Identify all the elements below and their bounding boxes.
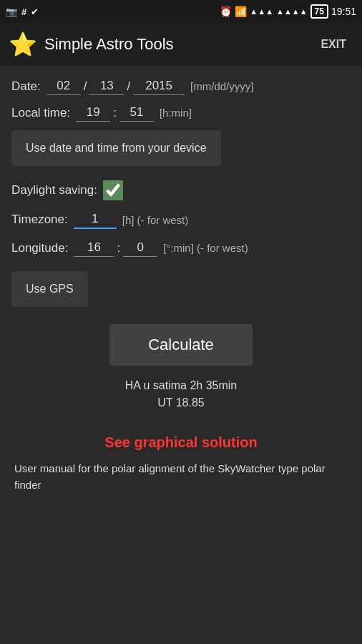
longitude-sep: : [117,241,120,255]
time-label: Local time: [11,106,70,120]
use-device-datetime-button[interactable]: Use date and time from your device [11,130,221,166]
date-day-input[interactable] [89,77,124,95]
timezone-unit: [h] (- for west) [122,214,189,226]
exit-button[interactable]: EXIT [313,34,353,55]
date-sep2: / [127,79,130,94]
app-star-icon: ⭐ [9,31,37,58]
graphical-solution-link[interactable]: See graphical solution [11,434,351,451]
date-year-input[interactable] [133,77,185,95]
alarm-icon: ⏰ [220,6,232,17]
time-row: Local time: : [h:min] [11,104,351,122]
signal-icon1: ▲▲▲ [250,7,273,16]
time-display: 19:51 [331,6,356,17]
longitude-degrees-input[interactable] [74,239,114,257]
time-format-hint: [h:min] [160,107,192,119]
check-icon: ✔ [31,6,39,17]
result-line1: HA u satima 2h 35min [125,377,238,394]
date-sep1: / [84,79,87,94]
camera-icon: 📷 [6,6,17,17]
use-gps-button[interactable]: Use GPS [11,271,88,307]
date-label: Date: [11,79,41,94]
header-left: ⭐ Simple Astro Tools [9,31,174,58]
result-line2: UT 18.85 [125,394,238,411]
longitude-minutes-input[interactable] [123,239,157,257]
timezone-row: Timezone: [h] (- for west) [11,210,351,229]
date-month-input[interactable] [47,77,81,95]
daylight-saving-row: Daylight saving: [11,180,351,200]
status-left-icons: 📷 # ✔ [6,6,39,17]
daylight-label: Daylight saving: [11,183,97,197]
signal-icon2: ▲▲▲▲ [276,7,308,16]
results-area: HA u satima 2h 35min UT 18.85 [125,377,238,411]
status-right-area: ⏰ 📶 ▲▲▲ ▲▲▲▲ 75 19:51 [220,4,356,19]
app-title: Simple Astro Tools [44,35,174,54]
manual-text: User manual for the polar alignment of t… [11,461,351,493]
date-row: Date: / / [mm/dd/yyyy] [11,77,351,95]
wifi-icon: 📶 [235,6,247,17]
longitude-label: Longitude: [11,241,68,255]
daylight-checkbox[interactable] [103,180,123,200]
timezone-input[interactable] [74,210,117,229]
status-bar: 📷 # ✔ ⏰ 📶 ▲▲▲ ▲▲▲▲ 75 19:51 [0,0,362,23]
main-content: Date: / / [mm/dd/yyyy] Local time: : [h:… [0,66,362,510]
time-sep: : [113,106,117,120]
longitude-row: Longitude: : [°:min] (- for west) [11,239,351,257]
app-header: ⭐ Simple Astro Tools EXIT [0,23,362,66]
longitude-format-hint: [°:min] (- for west) [163,242,248,254]
hash-icon: # [21,6,26,17]
calculate-section: Calculate HA u satima 2h 35min UT 18.85 [11,324,351,423]
daylight-checkbox-wrapper[interactable] [103,180,123,200]
timezone-label: Timezone: [11,213,68,227]
battery-indicator: 75 [310,4,328,19]
date-format-hint: [mm/dd/yyyy] [190,80,253,92]
calculate-button[interactable]: Calculate [109,324,253,366]
time-hour-input[interactable] [76,104,110,122]
time-minute-input[interactable] [119,104,154,122]
